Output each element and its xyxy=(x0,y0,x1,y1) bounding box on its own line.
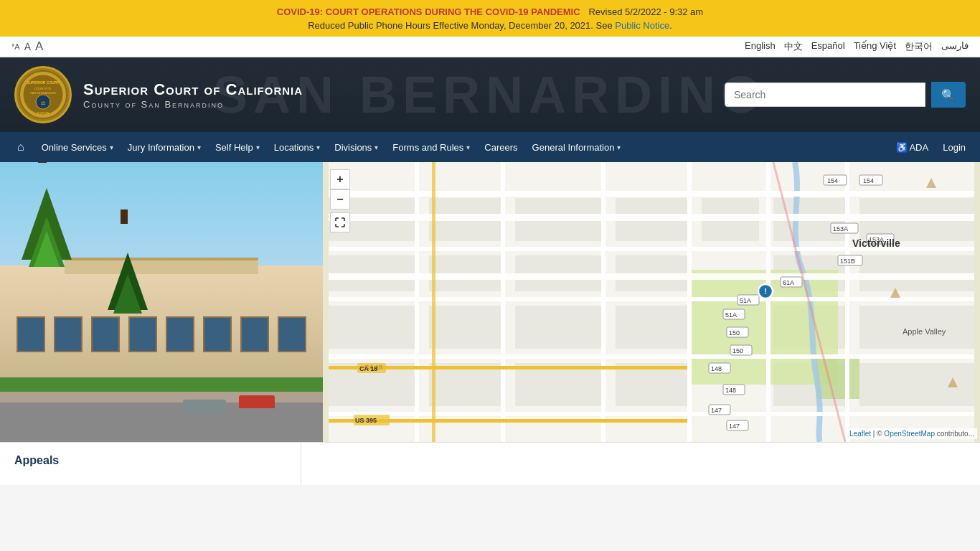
leaflet-link[interactable]: Leaflet xyxy=(849,430,871,438)
bottom-left: Appeals xyxy=(0,443,301,485)
map-svg: Mojave Narrows Regional Park xyxy=(323,162,980,442)
reduced-notice: Reduced Public Phone Hours Effective Mon… xyxy=(14,20,966,31)
locations-dropdown-icon: ▾ xyxy=(316,143,320,151)
nav-jury-information[interactable]: Jury Information ▾ xyxy=(121,133,208,161)
lang-chinese[interactable]: 中文 xyxy=(784,40,803,53)
svg-text:154: 154 xyxy=(863,177,874,184)
svg-text:Apple Valley: Apple Valley xyxy=(903,327,946,336)
hero-section: Mojave Narrows Regional Park xyxy=(0,162,980,442)
svg-rect-39 xyxy=(859,363,974,406)
nav-locations[interactable]: Locations ▾ xyxy=(267,133,328,161)
nav-careers[interactable]: Careers xyxy=(477,133,524,161)
court-name: Superior Court of California xyxy=(83,80,303,99)
nav-general-information-label: General Information xyxy=(532,142,615,153)
nav-general-information[interactable]: General Information ▾ xyxy=(525,133,628,161)
ada-icon: ♿ xyxy=(896,142,908,153)
svg-rect-28 xyxy=(515,306,601,349)
header-left: SUPERIOR COURT COUNTY OF SAN BERNARDINO … xyxy=(14,66,303,123)
nav-forms-rules-label: Forms and Rules xyxy=(392,142,463,153)
font-small-button[interactable]: *A xyxy=(11,42,20,51)
nav-self-help-label: Self Help xyxy=(215,142,253,153)
header-search: 🔍 xyxy=(725,82,966,108)
bottom-right xyxy=(301,443,980,485)
svg-rect-51 xyxy=(766,162,771,442)
svg-text:51A: 51A xyxy=(725,311,737,319)
map-container[interactable]: Mojave Narrows Regional Park xyxy=(323,162,980,442)
lang-english[interactable]: English xyxy=(745,40,776,53)
font-size-controls: *A A A xyxy=(11,39,43,54)
divisions-dropdown-icon: ▾ xyxy=(374,143,378,151)
bottom-content: Appeals xyxy=(0,442,980,485)
content-area: Mojave Narrows Regional Park xyxy=(0,162,980,485)
login-label: Login xyxy=(943,142,966,153)
openstreetmap-link[interactable]: OpenStreetMap xyxy=(884,430,935,438)
lang-vietnamese[interactable]: Tiếng Việt xyxy=(854,40,896,53)
appeals-heading: Appeals xyxy=(14,454,286,467)
lang-korean[interactable]: 한국어 xyxy=(905,40,933,53)
nav-careers-label: Careers xyxy=(484,142,517,153)
nav-online-services-label: Online Services xyxy=(42,142,107,153)
nav-self-help[interactable]: Self Help ▾ xyxy=(208,133,267,161)
nav-home-button[interactable]: ⌂ xyxy=(7,132,34,162)
svg-rect-53 xyxy=(329,214,974,221)
lang-farsi[interactable]: فارسی xyxy=(941,40,969,53)
search-button[interactable]: 🔍 xyxy=(931,82,966,108)
svg-text:COUNTY OF: COUNTY OF xyxy=(34,87,52,90)
general-information-dropdown-icon: ▾ xyxy=(617,143,621,151)
svg-text:US 395: US 395 xyxy=(355,417,377,424)
svg-text:51A: 51A xyxy=(740,297,751,304)
svg-rect-29 xyxy=(616,306,687,349)
svg-rect-26 xyxy=(329,306,415,349)
nav-divisions[interactable]: Divisions ▾ xyxy=(327,133,385,161)
svg-text:147: 147 xyxy=(711,407,722,414)
svg-text:154: 154 xyxy=(827,177,838,184)
covid-revised: Revised 5/2/2022 - 9:32 am xyxy=(588,6,703,17)
svg-text:CA 18: CA 18 xyxy=(359,365,377,372)
svg-rect-49 xyxy=(601,162,606,442)
online-services-dropdown-icon: ▾ xyxy=(110,143,113,151)
svg-rect-41 xyxy=(816,356,859,399)
svg-text:147: 147 xyxy=(729,423,740,430)
forms-rules-dropdown-icon: ▾ xyxy=(466,143,470,151)
svg-rect-48 xyxy=(501,162,505,442)
map-fullscreen-button[interactable] xyxy=(330,212,350,232)
nav-jury-information-label: Jury Information xyxy=(128,142,194,153)
covid-banner: COVID-19: COURT OPERATIONS DURING THE CO… xyxy=(0,0,980,37)
svg-text:150: 150 xyxy=(729,329,740,336)
nav-login[interactable]: Login xyxy=(936,133,973,161)
svg-rect-46 xyxy=(329,412,974,416)
public-notice-link[interactable]: Public Notice xyxy=(615,20,669,31)
font-large-button[interactable]: A xyxy=(35,39,43,54)
svg-text:Victorville: Victorville xyxy=(852,237,900,249)
nav-forms-rules[interactable]: Forms and Rules ▾ xyxy=(385,133,477,161)
svg-rect-44 xyxy=(329,297,974,301)
nav-online-services[interactable]: Online Services ▾ xyxy=(34,133,121,161)
svg-text:151B: 151B xyxy=(840,258,855,265)
jury-information-dropdown-icon: ▾ xyxy=(197,143,201,151)
svg-text:⚖: ⚖ xyxy=(41,100,45,105)
svg-rect-45 xyxy=(329,354,974,359)
svg-text:153A: 153A xyxy=(833,225,848,232)
ada-label: ADA xyxy=(909,142,928,153)
building-photo xyxy=(0,162,323,442)
self-help-dropdown-icon: ▾ xyxy=(256,143,260,151)
svg-text:150: 150 xyxy=(732,347,743,354)
svg-rect-47 xyxy=(415,162,419,442)
court-county: County of San Bernardino xyxy=(83,99,303,110)
nav-ada[interactable]: ♿ ADA xyxy=(889,133,936,161)
lang-spanish[interactable]: Español xyxy=(811,40,845,53)
svg-rect-52 xyxy=(845,162,849,442)
svg-text:148: 148 xyxy=(725,387,736,394)
svg-text:61A: 61A xyxy=(783,279,794,286)
svg-rect-54 xyxy=(329,273,974,280)
map-zoom-in-button[interactable]: + xyxy=(330,169,350,189)
font-medium-button[interactable]: A xyxy=(24,41,31,52)
svg-text:SUPERIOR COURT: SUPERIOR COURT xyxy=(27,80,59,85)
public-notice-suffix: . xyxy=(669,20,672,31)
search-input[interactable] xyxy=(725,83,925,107)
svg-text:SAN BERNARDINO: SAN BERNARDINO xyxy=(30,91,56,95)
main-nav: ⌂ Online Services ▾ Jury Information ▾ S… xyxy=(0,132,980,162)
map-controls: + − xyxy=(330,169,350,232)
map-zoom-out-button[interactable]: − xyxy=(330,189,350,209)
svg-rect-50 xyxy=(687,162,692,442)
